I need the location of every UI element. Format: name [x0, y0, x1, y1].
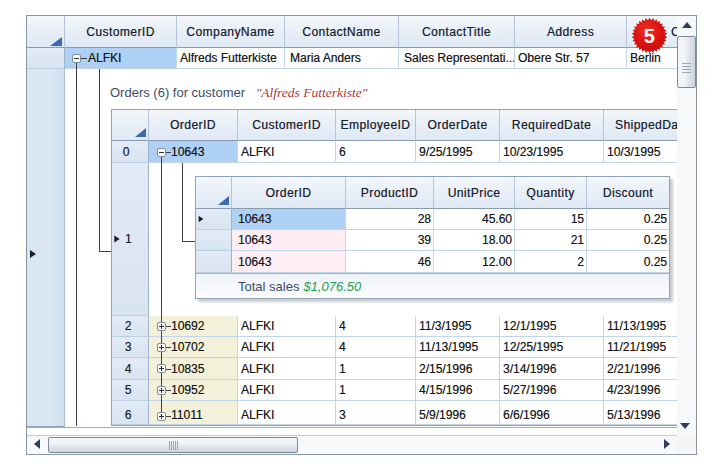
svg-text:5: 5: [644, 25, 655, 47]
